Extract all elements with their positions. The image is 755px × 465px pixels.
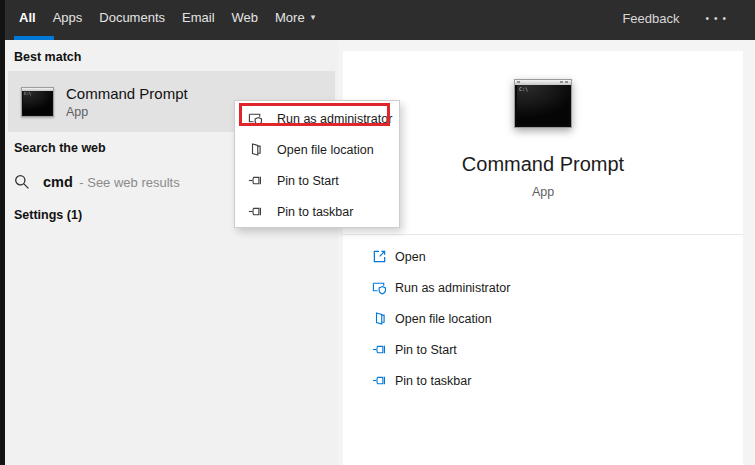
menu-item-label: Pin to taskbar (277, 205, 353, 219)
best-match-header: Best match (14, 50, 81, 64)
action-label: Pin to taskbar (395, 374, 471, 388)
tab-all[interactable]: All (19, 0, 36, 40)
action-label: Open file location (395, 312, 492, 326)
topbar-right-cluster: Feedback ••• (622, 0, 755, 40)
action-open-file-location[interactable]: Open file location (343, 303, 743, 334)
search-web-header: Search the web (14, 141, 106, 155)
action-label: Pin to Start (395, 343, 457, 357)
windows-search-panel: All Apps Documents Email Web More ▾ Feed… (0, 0, 755, 465)
preview-divider (343, 234, 743, 235)
preview-panel: C:\ Command Prompt App Open Run as admin… (343, 51, 743, 465)
run-as-administrator-icon (372, 280, 387, 295)
action-label: Open (395, 250, 426, 264)
open-file-location-icon (248, 142, 263, 157)
pin-icon (248, 173, 263, 188)
menu-item-label: Run as administrator (277, 112, 392, 126)
open-file-location-icon (372, 311, 387, 326)
action-pin-to-taskbar[interactable]: Pin to taskbar (343, 365, 743, 396)
chevron-down-icon: ▾ (311, 12, 316, 22)
tab-more-label: More (275, 10, 305, 25)
action-pin-to-start[interactable]: Pin to Start (343, 334, 743, 365)
tab-apps[interactable]: Apps (53, 0, 83, 40)
command-prompt-icon-large: C:\ (514, 79, 572, 128)
settings-header: Settings (1) (14, 208, 82, 222)
menu-item-label: Open file location (277, 143, 374, 157)
tab-web[interactable]: Web (232, 0, 259, 40)
menu-item-open-file-location[interactable]: Open file location (235, 134, 399, 165)
result-subtitle: App (66, 105, 188, 119)
search-icon (14, 174, 30, 190)
pin-icon (248, 204, 263, 219)
context-menu: Run as administrator Open file location … (234, 100, 400, 228)
menu-item-pin-to-start[interactable]: Pin to Start (235, 165, 399, 196)
more-options-icon[interactable]: ••• (705, 13, 731, 24)
open-icon (372, 249, 387, 264)
action-run-as-administrator[interactable]: Run as administrator (343, 272, 743, 303)
menu-item-pin-to-taskbar[interactable]: Pin to taskbar (235, 196, 399, 227)
tab-more[interactable]: More ▾ (275, 0, 315, 40)
web-suggestion-item[interactable]: cmd - See web results (14, 160, 180, 204)
tab-email[interactable]: Email (182, 0, 215, 40)
search-filter-bar: All Apps Documents Email Web More ▾ Feed… (0, 0, 755, 40)
taskbar-edge-strip (0, 0, 5, 465)
pin-icon (372, 373, 387, 388)
web-suggestion-hint: - See web results (79, 175, 179, 190)
action-label: Run as administrator (395, 281, 510, 295)
web-suggestion-query: cmd (43, 174, 73, 190)
pin-icon (372, 342, 387, 357)
action-open[interactable]: Open (343, 241, 743, 272)
menu-item-label: Pin to Start (277, 174, 339, 188)
run-as-administrator-icon (248, 111, 263, 126)
preview-title: Command Prompt (343, 153, 743, 176)
command-prompt-icon: C:\ (21, 87, 54, 117)
preview-action-list: Open Run as administrator Open file loca… (343, 241, 743, 396)
feedback-button[interactable]: Feedback (622, 11, 679, 26)
preview-subtitle: App (343, 185, 743, 199)
filter-tabs: All Apps Documents Email Web More ▾ (19, 0, 315, 40)
tab-documents[interactable]: Documents (99, 0, 165, 40)
result-title: Command Prompt (66, 85, 188, 102)
menu-item-run-as-administrator[interactable]: Run as administrator (235, 103, 399, 134)
